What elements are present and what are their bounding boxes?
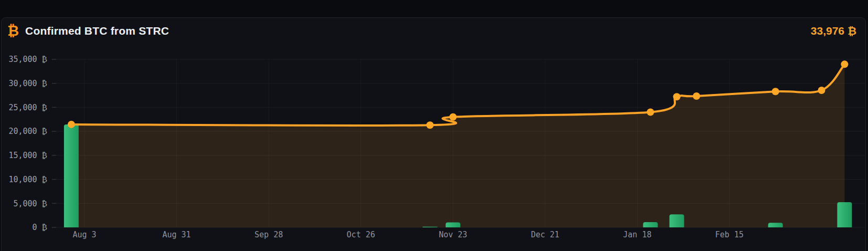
y-tick-label: 10,000 ₿ bbox=[8, 175, 47, 184]
y-tick-label: 20,000 ₿ bbox=[8, 127, 47, 136]
btc-added-bar[interactable] bbox=[422, 227, 437, 227]
data-point-marker[interactable] bbox=[647, 109, 654, 116]
btc-added-bar[interactable] bbox=[64, 124, 79, 227]
btc-added-bar[interactable] bbox=[643, 222, 658, 227]
x-tick-label: Sep 28 bbox=[255, 230, 283, 239]
data-point-marker[interactable] bbox=[772, 88, 779, 95]
x-tick-label: Aug 3 bbox=[72, 230, 96, 239]
y-tick-label: 30,000 ₿ bbox=[8, 79, 47, 88]
data-point-marker[interactable] bbox=[449, 113, 457, 121]
y-tick-label: 5,000 ₿ bbox=[13, 199, 47, 208]
x-tick-label: Feb 15 bbox=[715, 230, 744, 239]
data-point-marker[interactable] bbox=[673, 93, 681, 100]
x-tick-label: Nov 23 bbox=[439, 230, 467, 239]
x-tick-label: Jan 18 bbox=[623, 230, 651, 239]
x-tick-label: Dec 21 bbox=[531, 230, 559, 239]
data-point-marker[interactable] bbox=[68, 121, 75, 128]
btc-added-bar[interactable] bbox=[837, 202, 852, 227]
chart-header: ₿ Confirmed BTC from STRC 33,976 ₿ bbox=[7, 22, 856, 40]
x-tick-label: Oct 26 bbox=[347, 230, 375, 239]
line-area-fill bbox=[71, 64, 844, 227]
data-point-marker[interactable] bbox=[693, 92, 700, 100]
btc-added-bar[interactable] bbox=[670, 214, 684, 227]
data-point-marker[interactable] bbox=[426, 121, 433, 129]
total-btc-value: 33,976 ₿ bbox=[811, 25, 856, 37]
chart-title: Confirmed BTC from STRC bbox=[25, 25, 169, 37]
btc-added-bar[interactable] bbox=[768, 223, 783, 227]
y-tick-label: 15,000 ₿ bbox=[8, 151, 47, 160]
x-tick-label: Aug 31 bbox=[162, 230, 190, 239]
bitcoin-icon: ₿ bbox=[7, 24, 19, 38]
y-tick-label: 25,000 ₿ bbox=[8, 103, 47, 112]
data-point-marker[interactable] bbox=[841, 60, 848, 68]
btc-added-bar[interactable] bbox=[446, 222, 460, 227]
data-point-marker[interactable] bbox=[818, 87, 825, 94]
y-tick-label: 35,000 ₿ bbox=[8, 55, 47, 64]
y-tick-label: 0 ₿ bbox=[33, 223, 47, 232]
